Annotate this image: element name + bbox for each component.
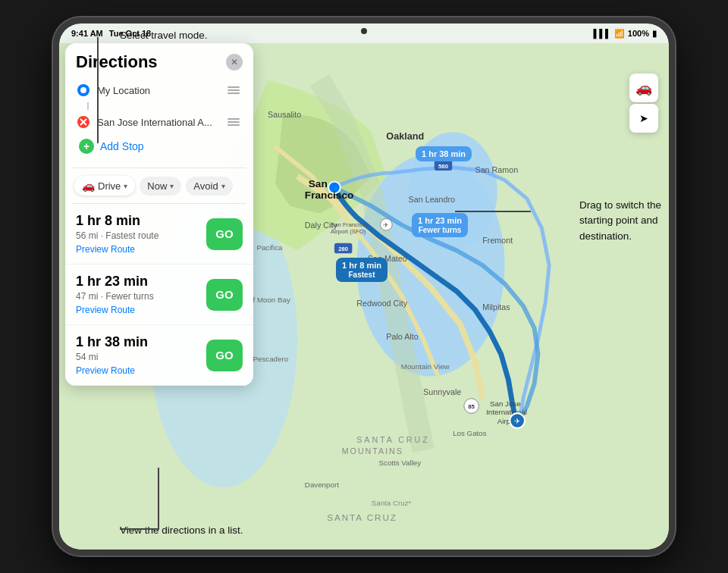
signal-icon: ▌▌▌ xyxy=(593,29,610,38)
svg-text:Davenport: Davenport xyxy=(305,481,339,489)
drag-handle-destination[interactable] xyxy=(224,115,243,129)
map-btn-group: 🚗 ➤ xyxy=(629,74,658,133)
svg-text:Pacifica: Pacifica xyxy=(256,243,283,252)
go-button-3[interactable]: GO xyxy=(206,340,243,371)
location-section: My Location San Jose International A... xyxy=(65,78,253,168)
bottom-annotation-line-h xyxy=(120,528,159,530)
route-item-2: 1 hr 23 min 47 mi · Fewer turns Preview … xyxy=(65,265,253,325)
svg-text:85: 85 xyxy=(468,403,475,410)
now-chevron: ▾ xyxy=(170,182,174,190)
route-time-3: 1 hr 38 min xyxy=(76,334,197,350)
route-item-3: 1 hr 38 min 54 mi Preview Route GO xyxy=(65,325,253,386)
svg-text:San Ramon: San Ramon xyxy=(475,165,518,174)
route-list: 1 hr 8 min 56 mi · Fastest route Preview… xyxy=(65,204,253,386)
add-stop-icon: + xyxy=(79,139,94,154)
now-button[interactable]: Now ▾ xyxy=(140,177,181,196)
close-button[interactable]: ✕ xyxy=(226,54,243,70)
svg-text:San Francisco: San Francisco xyxy=(331,221,369,228)
sidebar-panel: Directions ✕ My Location xyxy=(65,43,253,386)
route-preview-1[interactable]: Preview Route xyxy=(76,244,197,255)
device-frame: 9:41 AM Tue Oct 18 ▌▌▌ 📶 100% ▮ xyxy=(53,17,675,556)
bottom-annotation-line-v xyxy=(158,468,159,528)
svg-text:Los Gatos: Los Gatos xyxy=(453,429,487,437)
top-annotation-line xyxy=(97,37,99,143)
svg-text:Mountain View: Mountain View xyxy=(401,362,450,371)
wifi-icon: 📶 xyxy=(614,29,625,39)
car-icon: 🚗 xyxy=(82,180,95,192)
battery-icon: ▮ xyxy=(652,29,657,39)
svg-text:Palo Alto: Palo Alto xyxy=(386,332,418,341)
route-time-2: 1 hr 23 min xyxy=(76,274,197,290)
drive-chevron: ▾ xyxy=(124,182,127,190)
bottom-annotation: View the directions in a list. xyxy=(120,524,243,536)
destination-text[interactable]: San Jose International A... xyxy=(97,117,218,128)
svg-text:Pescadero: Pescadero xyxy=(253,355,289,363)
route-detail-3: 54 mi xyxy=(76,352,197,362)
svg-text:580: 580 xyxy=(438,163,449,170)
sidebar-header: Directions ✕ xyxy=(65,43,253,78)
location-button[interactable]: ➤ xyxy=(629,104,658,133)
travel-mode-button[interactable]: 🚗 xyxy=(629,74,658,102)
svg-text:MOUNTAINS: MOUNTAINS xyxy=(342,446,403,456)
drive-mode-button[interactable]: 🚗 Drive ▾ xyxy=(74,176,135,196)
svg-point-47 xyxy=(80,87,86,93)
svg-text:✈: ✈ xyxy=(514,417,520,425)
route-time-1: 1 hr 8 min xyxy=(76,213,197,229)
battery-label: 100% xyxy=(628,29,649,38)
route-detail-2: 47 mi · Fewer turns xyxy=(76,291,197,302)
svg-text:✈: ✈ xyxy=(383,221,389,229)
camera-notch xyxy=(361,28,367,34)
destination-icon xyxy=(76,114,91,130)
avoid-button[interactable]: Avoid ▾ xyxy=(186,177,232,196)
svg-text:Oakland: Oakland xyxy=(386,131,424,142)
route-info-3: 1 hr 38 min 54 mi Preview Route xyxy=(76,334,197,376)
route-connector xyxy=(87,102,89,110)
right-annotation: Drag to switch the starting point and de… xyxy=(579,198,661,244)
avoid-label: Avoid xyxy=(193,180,218,192)
mode-bar: 🚗 Drive ▾ Now ▾ Avoid ▾ xyxy=(65,168,253,203)
svg-text:Airport (SFO): Airport (SFO) xyxy=(331,228,366,235)
svg-text:SANTA CRUZ: SANTA CRUZ xyxy=(356,435,430,444)
route-info-1: 1 hr 8 min 56 mi · Fastest route Preview… xyxy=(76,213,197,255)
svg-text:San Leandro: San Leandro xyxy=(409,195,456,204)
svg-text:Sausalito: Sausalito xyxy=(268,110,301,119)
drag-handle-origin[interactable] xyxy=(224,83,243,97)
go-button-1[interactable]: GO xyxy=(206,218,243,250)
svg-text:San: San xyxy=(309,178,328,189)
map-label-route3: 1 hr 38 min xyxy=(416,146,472,161)
right-annotation-line xyxy=(455,211,531,212)
svg-text:Milpitas: Milpitas xyxy=(482,302,510,312)
route-preview-3[interactable]: Preview Route xyxy=(76,365,197,376)
origin-row: My Location xyxy=(73,78,246,102)
svg-text:Santa Cruz*: Santa Cruz* xyxy=(372,499,412,507)
destination-row: San Jose International A... xyxy=(73,110,246,134)
svg-text:San Jose: San Jose xyxy=(490,399,521,408)
add-stop-row[interactable]: + Add Stop xyxy=(73,134,246,161)
go-button-2[interactable]: GO xyxy=(206,279,243,311)
route-item-1: 1 hr 8 min 56 mi · Fastest route Preview… xyxy=(65,204,253,265)
origin-text[interactable]: My Location xyxy=(97,85,218,96)
svg-text:Sunnyvale: Sunnyvale xyxy=(423,387,461,396)
svg-text:Redwood City: Redwood City xyxy=(356,299,407,308)
avoid-chevron: ▾ xyxy=(221,182,225,190)
drive-label: Drive xyxy=(98,180,121,192)
origin-icon xyxy=(76,83,91,98)
map-label-route2: 1 hr 23 minFewer turns xyxy=(412,213,468,237)
svg-text:Fremont: Fremont xyxy=(482,236,513,245)
add-stop-text: Add Stop xyxy=(100,140,144,152)
now-label: Now xyxy=(147,180,167,192)
map-label-route1: 1 hr 8 minFastest xyxy=(336,258,388,282)
route-preview-2[interactable]: Preview Route xyxy=(76,305,197,315)
device-screen: 9:41 AM Tue Oct 18 ▌▌▌ 📶 100% ▮ xyxy=(59,23,669,550)
svg-text:280: 280 xyxy=(338,246,349,252)
top-annotation: Select travel mode. xyxy=(120,30,208,41)
svg-text:SANTA CRUZ: SANTA CRUZ xyxy=(327,512,397,522)
svg-text:Scotts Valley: Scotts Valley xyxy=(379,459,422,467)
svg-text:Francisco: Francisco xyxy=(305,189,354,201)
route-info-2: 1 hr 23 min 47 mi · Fewer turns Preview … xyxy=(76,274,197,315)
sidebar-title: Directions xyxy=(76,52,158,72)
status-icons: ▌▌▌ 📶 100% ▮ xyxy=(593,29,657,39)
route-detail-1: 56 mi · Fastest route xyxy=(76,230,197,241)
